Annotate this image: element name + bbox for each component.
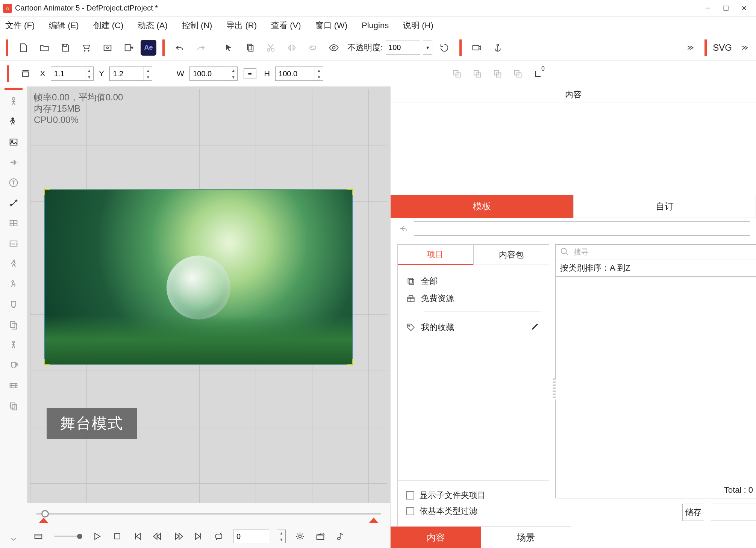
redo-icon[interactable]	[192, 39, 210, 57]
camera-icon[interactable]	[468, 39, 486, 57]
actor1-icon[interactable]	[5, 92, 23, 111]
menu-plugins[interactable]: Plugins	[360, 18, 390, 33]
menu-control[interactable]: 控制 (N)	[180, 18, 214, 33]
timeline-track[interactable]	[36, 513, 381, 515]
subtab-project[interactable]: 项目	[398, 245, 473, 265]
align-backward-icon[interactable]	[489, 65, 506, 82]
opacity-input[interactable]	[386, 41, 420, 55]
menu-help[interactable]: 说明 (H)	[401, 18, 435, 33]
subtab-pack[interactable]: 内容包	[473, 245, 549, 265]
cut-icon[interactable]	[262, 39, 280, 57]
save-icon[interactable]	[56, 39, 74, 57]
new-file-icon[interactable]	[14, 39, 32, 57]
tab-template[interactable]: 模板	[391, 195, 573, 218]
tab-custom[interactable]: 自订	[573, 195, 756, 218]
content-search-input[interactable]: 搜寻	[555, 244, 756, 259]
grid-icon[interactable]	[5, 214, 23, 232]
w-input[interactable]	[189, 67, 229, 81]
pointer-icon[interactable]	[220, 39, 238, 57]
rotate-icon[interactable]	[435, 39, 453, 57]
eye-icon[interactable]	[325, 39, 343, 57]
audio-icon[interactable]	[5, 153, 23, 171]
menu-export[interactable]: 导出 (R)	[225, 18, 258, 33]
path-icon[interactable]	[5, 194, 23, 212]
bottom-tab-content[interactable]: 内容	[391, 526, 481, 548]
next-frame-icon[interactable]	[172, 530, 184, 542]
speed-slider[interactable]	[54, 536, 81, 537]
text-icon[interactable]	[5, 174, 23, 192]
content-list[interactable]: Total : 0	[555, 277, 756, 498]
timeline-tool-icon[interactable]	[5, 377, 23, 395]
timeline-thumb[interactable]	[41, 510, 49, 518]
copy-icon[interactable]	[241, 39, 259, 57]
menu-view[interactable]: 查看 (V)	[270, 18, 302, 33]
resize-grip[interactable]	[553, 378, 556, 400]
y-input[interactable]	[109, 67, 144, 81]
tree-item-free[interactable]: 免费资源	[406, 290, 541, 307]
face-icon[interactable]	[5, 295, 23, 313]
menu-dynamic[interactable]: 动态 (A)	[136, 18, 169, 33]
duplicate-icon[interactable]	[5, 397, 23, 415]
go-start-icon[interactable]	[132, 530, 144, 542]
opacity-dropdown-icon[interactable]: ▼	[423, 41, 432, 55]
align-front-icon[interactable]	[448, 65, 465, 82]
stage[interactable]: 帧率0.00，平均值0.00 内存715MB CPU0.00% 舞台模式	[30, 89, 387, 503]
settings-icon[interactable]	[294, 530, 306, 542]
svg-tool-icon[interactable]: SVG	[5, 235, 23, 253]
toggle-panel-icon[interactable]	[32, 530, 44, 542]
open-file-icon[interactable]	[35, 39, 53, 57]
x-spinner[interactable]: ▲▼	[85, 67, 94, 81]
tree-item-all[interactable]: 全部	[406, 272, 541, 290]
path-input[interactable]	[414, 221, 750, 236]
maximize-button[interactable]: ☐	[717, 2, 735, 14]
close-button[interactable]: ✕	[735, 2, 753, 14]
layers-icon[interactable]	[5, 316, 23, 334]
sit-icon[interactable]	[5, 275, 23, 293]
chevron-down-icon[interactable]	[5, 530, 23, 548]
lock-aspect-icon[interactable]: ⬌	[244, 68, 256, 79]
frame-spinner[interactable]: ▲▼	[277, 530, 286, 543]
cart-icon[interactable]	[77, 39, 95, 57]
stop-icon[interactable]	[111, 530, 123, 542]
w-spinner[interactable]: ▲▼	[229, 67, 238, 81]
music-icon[interactable]	[335, 530, 347, 542]
more-icon[interactable]	[680, 39, 698, 57]
play-icon[interactable]	[91, 530, 103, 542]
tree-item-favorite[interactable]: 我的收藏	[406, 319, 541, 336]
svg-label[interactable]: SVG	[713, 42, 732, 53]
y-spinner[interactable]: ▲▼	[144, 67, 152, 81]
prev-frame-icon[interactable]	[152, 530, 164, 542]
save-secondary-button[interactable]	[711, 504, 756, 521]
timeline-start-marker[interactable]	[39, 518, 48, 523]
x-input[interactable]	[51, 67, 85, 81]
more-2-icon[interactable]	[735, 39, 753, 57]
anchor-icon[interactable]	[489, 39, 507, 57]
after-effects-icon[interactable]: Ae	[141, 40, 156, 56]
menu-window[interactable]: 窗口 (W)	[314, 18, 349, 33]
walk-icon[interactable]	[5, 336, 23, 354]
run-icon[interactable]	[5, 255, 23, 273]
align-back-icon[interactable]	[509, 65, 526, 82]
go-end-icon[interactable]	[192, 530, 205, 542]
talk-icon[interactable]	[5, 356, 23, 374]
check-filter-basic[interactable]: 依基本类型过滤	[406, 503, 541, 519]
save-button[interactable]: 储存	[682, 504, 704, 521]
preview-icon[interactable]	[98, 39, 117, 57]
actor2-icon[interactable]	[5, 113, 23, 131]
minimize-button[interactable]: ─	[699, 2, 717, 14]
image-icon[interactable]	[5, 133, 23, 151]
back-icon[interactable]	[397, 222, 409, 235]
menu-edit[interactable]: 编辑 (E)	[47, 18, 80, 33]
frame-input[interactable]	[233, 530, 269, 543]
link-icon[interactable]	[304, 39, 322, 57]
edit-icon[interactable]	[530, 321, 541, 334]
menu-create[interactable]: 创建 (C)	[92, 18, 125, 33]
bounds-icon[interactable]	[17, 65, 35, 83]
menu-file[interactable]: 文件 (F)	[4, 18, 36, 33]
selected-image[interactable]	[44, 189, 353, 365]
clapper-icon[interactable]	[314, 530, 326, 542]
timeline-end-marker[interactable]	[369, 518, 378, 523]
sort-dropdown[interactable]: 按类别排序：A 到Z	[555, 259, 756, 277]
undo-icon[interactable]	[171, 39, 189, 57]
h-spinner[interactable]: ▲▼	[315, 67, 323, 81]
